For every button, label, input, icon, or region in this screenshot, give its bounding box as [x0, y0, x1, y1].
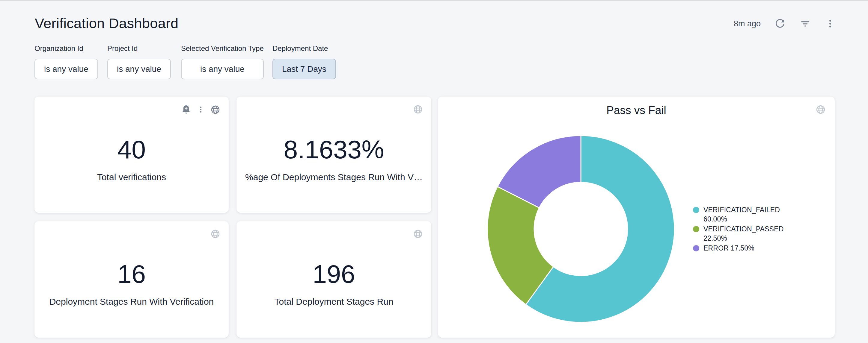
- globe-icon: [210, 229, 220, 239]
- filter-value-chip-verification-type[interactable]: is any value: [181, 59, 264, 79]
- tile-total-deployment-stages-run: 196 Total Deployment Stages Run: [237, 221, 431, 338]
- tile-label: %age Of Deployments Stages Run With V…: [243, 172, 425, 182]
- legend-item-error[interactable]: ERROR 17.50%: [693, 244, 781, 253]
- tile-value: 16: [34, 261, 229, 287]
- kebab-menu-icon: [197, 105, 205, 114]
- page-title: Verification Dashboard: [35, 15, 179, 31]
- filter-organization-id: Organization Id is any value: [34, 44, 98, 79]
- tile-total-verifications: 40 Total verifications: [34, 97, 229, 213]
- donut-chart[interactable]: [485, 133, 677, 325]
- legend-dot: [693, 207, 699, 213]
- filter-value-chip-organization-id[interactable]: is any value: [34, 59, 98, 79]
- tile-pct-deployment-stages-with-verification: 8.1633% %age Of Deployments Stages Run W…: [237, 97, 431, 213]
- filter-value-chip-project-id[interactable]: is any value: [107, 59, 171, 79]
- chart-card-pass-vs-fail: Pass vs Fail VERIFICATION_FAILED 60.00% …: [438, 97, 835, 338]
- legend-dot: [693, 226, 699, 232]
- filter-label: Deployment Date: [273, 44, 336, 53]
- filter-selected-verification-type: Selected Verification Type is any value: [181, 44, 264, 79]
- verification-dashboard-page: Verification Dashboard 8m ago: [0, 0, 868, 343]
- filter-project-id: Project Id is any value: [107, 44, 171, 79]
- legend-label: VERIFICATION_PASSED 22.50%: [704, 225, 781, 243]
- chart-title: Pass vs Fail: [438, 104, 835, 117]
- legend-label: ERROR 17.50%: [704, 244, 781, 253]
- filter-value-chip-deployment-date[interactable]: Last 7 Days: [273, 59, 336, 79]
- tile-deployment-stages-run-with-verification: 16 Deployment Stages Run With Verificati…: [34, 221, 229, 338]
- tile-alert-button[interactable]: [181, 104, 191, 115]
- legend-dot: [693, 245, 699, 251]
- alert-bell-plus-icon: [181, 104, 191, 115]
- filter-icon: [800, 18, 811, 29]
- globe-icon: [210, 105, 220, 115]
- filter-deployment-date: Deployment Date Last 7 Days: [273, 44, 336, 79]
- legend-item-verification-failed[interactable]: VERIFICATION_FAILED 60.00%: [693, 205, 781, 224]
- legend-item-verification-passed[interactable]: VERIFICATION_PASSED 22.50%: [693, 225, 781, 243]
- filter-label: Project Id: [107, 44, 171, 53]
- globe-icon: [815, 104, 826, 115]
- tile-value: 8.1633%: [237, 136, 431, 163]
- refresh-icon: [774, 18, 785, 29]
- globe-icon: [413, 229, 423, 239]
- refresh-button[interactable]: [774, 18, 786, 30]
- tile-value: 196: [237, 261, 431, 287]
- last-refresh-time: 8m ago: [734, 19, 761, 28]
- dashboard-header-actions: 8m ago: [734, 17, 836, 31]
- filter-label: Selected Verification Type: [181, 44, 264, 53]
- tile-label: Total verifications: [40, 172, 223, 182]
- dashboard-filters-toggle-button[interactable]: [799, 18, 811, 30]
- tile-menu-button[interactable]: [197, 105, 205, 114]
- tile-label: Total Deployment Stages Run: [243, 296, 425, 307]
- filter-label: Organization Id: [34, 44, 98, 53]
- kebab-menu-icon: [825, 19, 835, 29]
- chart-legend: VERIFICATION_FAILED 60.00% VERIFICATION_…: [693, 205, 781, 253]
- dashboard-menu-button[interactable]: [824, 18, 836, 30]
- legend-label: VERIFICATION_FAILED 60.00%: [704, 205, 781, 224]
- tile-value: 40: [34, 136, 229, 163]
- globe-icon: [413, 104, 423, 114]
- tile-label: Deployment Stages Run With Verification: [40, 296, 223, 307]
- top-border-strip: [0, 0, 868, 1]
